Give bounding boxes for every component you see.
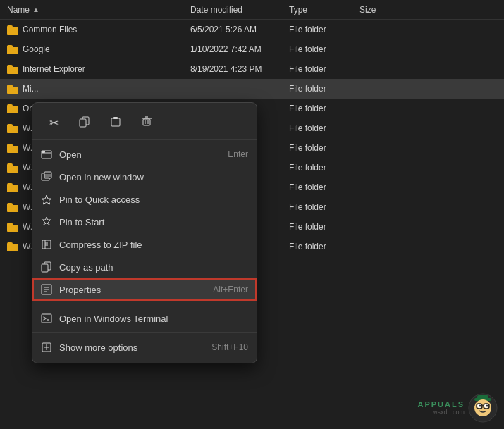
svg-rect-4: [143, 119, 150, 125]
file-type: File folder: [289, 25, 359, 35]
file-name: Mi...: [23, 84, 39, 94]
file-type: File folder: [289, 163, 359, 173]
file-type: File folder: [289, 44, 359, 54]
folder-icon: [7, 242, 18, 251]
file-type: File folder: [289, 143, 359, 153]
menu-item-pin-start[interactable]: Pin to Start: [32, 211, 257, 233]
mascot-icon: [467, 392, 498, 423]
menu-item-open-new-window[interactable]: Open in new window: [32, 166, 257, 188]
svg-rect-3: [113, 117, 118, 119]
svg-point-36: [479, 405, 481, 407]
pin-start-label: Pin to Start: [59, 217, 104, 228]
pin-quick-access-icon: [41, 194, 52, 205]
svg-rect-1: [80, 119, 86, 127]
menu-item-show-more[interactable]: Show more options Shift+F10: [32, 336, 257, 359]
open-new-window-label: Open in new window: [59, 172, 144, 182]
folder-icon: [7, 143, 18, 153]
file-date: 8/19/2021 4:23 PM: [190, 64, 289, 74]
copy-button[interactable]: [72, 111, 97, 134]
compress-zip-label: Compress to ZIP file: [59, 240, 142, 250]
context-icon-row: ✂: [32, 107, 257, 140]
svg-rect-10: [42, 151, 45, 153]
menu-separator: [32, 332, 257, 333]
copy-path-icon: [41, 261, 52, 273]
table-row[interactable]: Mi... File folder: [0, 79, 504, 99]
file-type: File folder: [289, 123, 359, 133]
file-type: File folder: [289, 104, 359, 113]
file-type: File folder: [289, 64, 359, 74]
cut-button[interactable]: ✂: [41, 111, 66, 134]
properties-shortcut: Alt+Enter: [213, 285, 248, 294]
watermark-site: APPUALS: [417, 400, 465, 409]
col-date-header[interactable]: Date modified: [190, 5, 289, 15]
pin-start-icon: [41, 216, 52, 228]
delete-icon: [141, 116, 152, 130]
svg-rect-2: [111, 118, 120, 126]
menu-item-open[interactable]: Open Enter: [32, 143, 257, 166]
file-name: Google: [23, 44, 50, 54]
pin-quick-access-label: Pin to Quick access: [59, 194, 140, 205]
properties-icon: [41, 284, 52, 295]
show-more-icon: [41, 342, 52, 353]
file-name: Internet Explorer: [23, 64, 85, 74]
svg-rect-20: [42, 264, 48, 272]
svg-rect-14: [42, 240, 51, 249]
show-more-label: Show more options: [59, 342, 137, 353]
col-type-header[interactable]: Type: [289, 5, 359, 15]
menu-item-properties[interactable]: Properties Alt+Enter: [32, 278, 257, 301]
delete-button[interactable]: [134, 111, 159, 134]
svg-rect-32: [477, 395, 488, 399]
copy-path-label: Copy as path: [59, 262, 113, 273]
folder-icon: [7, 25, 18, 35]
folder-icon: [7, 104, 18, 113]
context-menu: ✂: [32, 102, 257, 363]
context-menu-items: Open Enter Open in new window Pin to Qui…: [32, 143, 257, 359]
table-header: Name ▲ Date modified Type Size: [0, 0, 504, 20]
file-date: 6/5/2021 5:26 AM: [190, 25, 289, 35]
folder-icon: [7, 64, 18, 74]
paste-icon: [110, 116, 121, 130]
file-type: File folder: [289, 242, 359, 251]
file-date: 1/10/2022 7:42 AM: [190, 44, 289, 54]
file-type: File folder: [289, 182, 359, 192]
col-size-header[interactable]: Size: [359, 5, 416, 15]
table-row[interactable]: Common Files 6/5/2021 5:26 AM File folde…: [0, 20, 504, 39]
open-terminal-label: Open in Windows Terminal: [59, 313, 168, 324]
table-row[interactable]: Google 1/10/2022 7:42 AM File folder: [0, 39, 504, 59]
cut-icon: ✂: [49, 116, 59, 130]
menu-item-pin-quick-access[interactable]: Pin to Quick access: [32, 188, 257, 211]
menu-separator: [32, 304, 257, 304]
open-icon: [41, 149, 52, 160]
file-type: File folder: [289, 202, 359, 212]
folder-icon: [7, 182, 18, 192]
watermark: APPUALS wsxdn.com: [417, 392, 498, 423]
compress-zip-icon: [41, 239, 52, 250]
svg-point-37: [486, 405, 488, 407]
file-name: Common Files: [23, 25, 77, 35]
folder-icon: [7, 222, 18, 232]
folder-icon: [7, 123, 18, 133]
col-date-label: Date modified: [190, 5, 242, 15]
table-row[interactable]: Internet Explorer 8/19/2021 4:23 PM File…: [0, 59, 504, 79]
watermark-url: wsxdn.com: [417, 409, 465, 416]
file-type: File folder: [289, 222, 359, 232]
folder-icon: [7, 84, 18, 94]
menu-item-compress-zip[interactable]: Compress to ZIP file: [32, 233, 257, 256]
file-type: File folder: [289, 84, 359, 94]
svg-marker-13: [42, 195, 51, 204]
folder-icon: [7, 202, 18, 212]
menu-item-open-terminal[interactable]: Open in Windows Terminal: [32, 307, 257, 330]
folder-icon: [7, 44, 18, 54]
properties-label: Properties: [59, 285, 101, 295]
sort-arrow-icon: ▲: [32, 6, 39, 13]
show-more-shortcut: Shift+F10: [211, 342, 248, 352]
open-label: Open: [59, 149, 82, 160]
menu-item-copy-path[interactable]: Copy as path: [32, 256, 257, 278]
copy-icon: [79, 116, 90, 130]
col-type-label: Type: [289, 5, 307, 15]
open-shortcut: Enter: [228, 149, 248, 159]
folder-icon: [7, 163, 18, 173]
col-name-header[interactable]: Name ▲: [7, 5, 190, 15]
paste-button[interactable]: [103, 111, 128, 134]
col-name-label: Name: [7, 5, 30, 15]
